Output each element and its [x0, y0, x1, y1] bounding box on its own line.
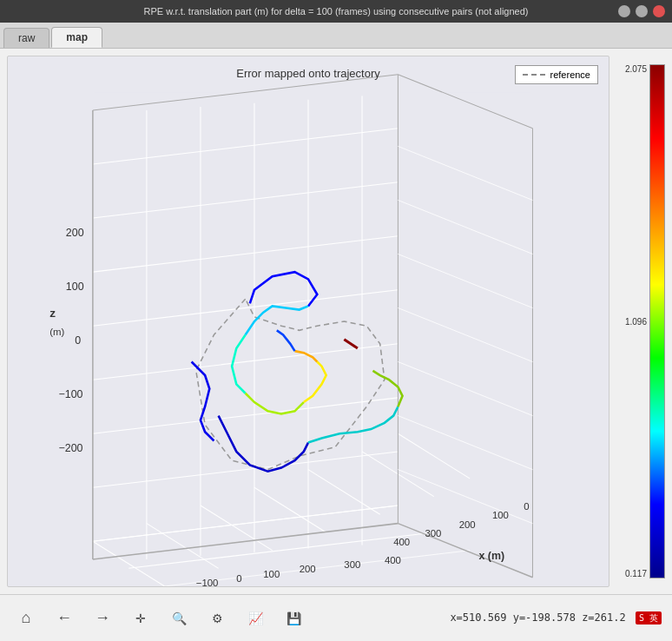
window-controls [618, 5, 665, 17]
watermark: S 英 [636, 611, 662, 624]
tab-map[interactable]: map [51, 27, 102, 48]
toolbar: ⌂ ← → ✛ 🔍 ⚙ 📈 💾 x=510.569 y=-198.578 z=2… [0, 594, 672, 641]
svg-text:300: 300 [344, 559, 360, 570]
chart-container: Error mapped onto trajectory reference [7, 56, 609, 587]
chart-svg: 200 100 0 −100 −200 z (m) −100 0 100 200… [8, 56, 609, 586]
svg-text:−200: −200 [59, 442, 83, 454]
main-content: Error mapped onto trajectory reference [0, 49, 672, 594]
legend-line-icon [523, 74, 545, 76]
colorbar [649, 64, 665, 578]
svg-text:0: 0 [236, 573, 241, 584]
svg-text:z: z [49, 307, 56, 320]
colorbar-mid-value: 1.096 [625, 317, 647, 327]
svg-text:100: 100 [492, 510, 509, 520]
svg-text:400: 400 [393, 537, 410, 547]
legend-box: reference [515, 65, 598, 84]
svg-text:100: 100 [263, 569, 280, 579]
svg-text:−100: −100 [196, 578, 219, 586]
zoom-button[interactable]: 🔍 [163, 603, 194, 634]
svg-text:200: 200 [300, 564, 316, 574]
svg-text:300: 300 [425, 528, 441, 539]
svg-text:100: 100 [66, 281, 84, 293]
svg-text:200: 200 [459, 519, 476, 530]
svg-text:x (m): x (m) [478, 550, 504, 562]
window-title: RPE w.r.t. translation part (m) for delt… [144, 6, 529, 17]
colorbar-labels: 2.075 1.096 0.117 [623, 64, 649, 578]
save-button[interactable]: 💾 [278, 603, 309, 634]
settings-button[interactable]: ⚙ [201, 603, 233, 634]
svg-text:(m): (m) [49, 327, 64, 337]
pan-button[interactable]: ✛ [125, 603, 156, 634]
svg-text:0: 0 [524, 501, 529, 512]
status-z: z=261.2 [582, 611, 626, 624]
status-y: y=-198.578 [513, 611, 576, 624]
svg-text:−100: −100 [59, 388, 83, 400]
colorbar-container: 2.075 1.096 0.117 [613, 56, 665, 587]
close-button[interactable] [653, 5, 665, 17]
status-coords: x=510.569 y=-198.578 z=261.2 S 英 [450, 611, 662, 624]
colorbar-bottom-value: 0.117 [625, 569, 647, 578]
svg-text:200: 200 [66, 227, 84, 239]
home-button[interactable]: ⌂ [10, 603, 42, 634]
svg-text:0: 0 [75, 334, 81, 347]
chart-button[interactable]: 📈 [240, 603, 271, 634]
colorbar-top-value: 2.075 [625, 64, 647, 74]
title-bar: RPE w.r.t. translation part (m) for delt… [0, 0, 672, 23]
tab-raw[interactable]: raw [3, 28, 49, 48]
maximize-button[interactable] [636, 5, 648, 17]
minimize-button[interactable] [618, 5, 630, 17]
status-x: x=510.569 [450, 611, 506, 624]
forward-button[interactable]: → [87, 603, 118, 634]
legend-label: reference [550, 69, 590, 80]
tab-bar: raw map [0, 23, 672, 49]
svg-text:400: 400 [385, 555, 401, 565]
chart-title: Error mapped onto trajectory [236, 67, 379, 80]
back-button[interactable]: ← [49, 603, 80, 634]
